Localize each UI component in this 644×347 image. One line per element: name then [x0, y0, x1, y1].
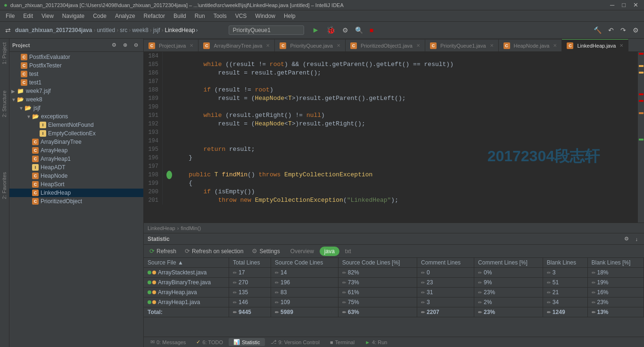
- tab-linkedheap[interactable]: C LinkedHeap.java ✕: [562, 39, 628, 51]
- code-editor[interactable]: 20172304段志轩 184 185 while ((result != ro…: [144, 52, 637, 223]
- sidebar-item-arraybinarytree[interactable]: C ArrayBinaryTree: [9, 138, 143, 146]
- minimize-button[interactable]: ─: [608, 1, 616, 8]
- close-button[interactable]: ✕: [631, 1, 640, 8]
- menu-edit[interactable]: Edit: [19, 12, 37, 20]
- breadcrumb-project[interactable]: duan_zhixuan_20172304java: [15, 27, 92, 33]
- run-button[interactable]: ►: [310, 25, 322, 36]
- menu-build[interactable]: Build: [170, 12, 190, 20]
- tab-close-icon[interactable]: ✕: [619, 43, 623, 48]
- stat-tab-txt[interactable]: txt: [340, 247, 356, 256]
- refresh-selection-button[interactable]: ⟳ Refresh on selection: [182, 247, 246, 256]
- tab-close-icon[interactable]: ✕: [416, 43, 420, 48]
- breadcrumb-week8[interactable]: week8: [132, 27, 149, 33]
- redo-button[interactable]: ↷: [618, 25, 628, 35]
- pencil-icon: ✏: [233, 270, 237, 275]
- sidebar-item-linkedheap[interactable]: C LinkedHeap: [9, 189, 143, 197]
- menu-vcs[interactable]: VCS: [231, 12, 251, 20]
- tab-arraybinarytree[interactable]: C ArrayBinaryTree.java ✕: [198, 39, 275, 51]
- stop-button[interactable]: ■: [367, 25, 376, 35]
- tab-priorityqueue[interactable]: C PriorityQueue.java ✕: [275, 39, 346, 51]
- bottom-tab-statistic[interactable]: 📊 Statistic: [229, 338, 265, 346]
- bottom-tab-version-control[interactable]: ⎇ 9: Version Control: [266, 338, 324, 346]
- menu-run[interactable]: Run: [191, 12, 209, 20]
- tab-priorityqueue1[interactable]: C PriorityQueue1.java ✕: [425, 39, 499, 51]
- col-comment-lines[interactable]: Comment Lines: [417, 258, 474, 268]
- sidebar-item-arrayheap1[interactable]: C ArrayHeap1: [9, 155, 143, 163]
- menu-help[interactable]: Help: [280, 12, 299, 20]
- stat-table-container[interactable]: Source File ▲ Total Lines Source Code Li…: [144, 258, 644, 337]
- col-blank-pct[interactable]: Blank Lines [%]: [587, 258, 644, 268]
- menu-analyze[interactable]: Analyze: [111, 12, 139, 20]
- toolbar-back-button[interactable]: ⇄: [3, 25, 13, 35]
- run-config-search[interactable]: [229, 25, 304, 35]
- sidebar-item-heapsort[interactable]: C HeapSort: [9, 180, 143, 189]
- build-project-button[interactable]: 🔨: [591, 25, 604, 35]
- project-panel-label[interactable]: 1: Project: [0, 39, 9, 68]
- menu-view[interactable]: View: [38, 12, 58, 20]
- breadcrumb-sep3: ›: [129, 27, 131, 33]
- menu-window[interactable]: Window: [251, 12, 279, 20]
- sidebar-expand-button[interactable]: ⊕: [121, 41, 130, 50]
- breadcrumb-jsjf[interactable]: jsjf: [153, 27, 160, 33]
- sidebar-item-postfixtester[interactable]: C PostfixTester: [9, 61, 143, 70]
- sidebar-collapse-button[interactable]: ⊖: [132, 41, 140, 50]
- debug-button[interactable]: 🐞: [324, 24, 338, 36]
- tab-heapnode[interactable]: C HeapNode.java ✕: [499, 39, 562, 51]
- sidebar-item-exceptions[interactable]: ▼ 📂 exceptions: [9, 112, 143, 121]
- settings-button[interactable]: ⚙: [630, 25, 641, 35]
- bottom-tab-messages[interactable]: ✉ 0: Messages: [146, 338, 190, 346]
- class-icon: C: [32, 147, 39, 154]
- col-source-code-lines[interactable]: Source Code Lines: [271, 258, 339, 268]
- sidebar-item-heapnode[interactable]: C HeapNode: [9, 172, 143, 180]
- breadcrumb-linkedheap[interactable]: LinkedHeap: [165, 27, 195, 33]
- sidebar-item-elementnotfound[interactable]: I ElementNotFound: [9, 121, 143, 129]
- col-total-lines[interactable]: Total Lines: [229, 258, 271, 268]
- tab-project[interactable]: C Project.java ✕: [144, 39, 198, 51]
- sidebar-item-week8[interactable]: ▼ 📂 week8: [9, 95, 143, 104]
- tab-prioritizedobject1[interactable]: C PrioritizedObject1.java ✕: [346, 39, 425, 51]
- menu-tools[interactable]: Tools: [210, 12, 231, 20]
- favorites-panel-label[interactable]: 2: Favorites: [0, 168, 9, 203]
- tab-close-icon[interactable]: ✕: [490, 43, 494, 48]
- menu-navigate[interactable]: Navigate: [58, 12, 88, 20]
- undo-button[interactable]: ↶: [606, 25, 616, 35]
- col-comment-pct[interactable]: Comment Lines [%]: [474, 258, 543, 268]
- cell-blank: ✏51: [543, 278, 587, 288]
- sidebar-item-test[interactable]: C test: [9, 70, 143, 78]
- profile-button[interactable]: 🔍: [353, 25, 365, 35]
- coverage-button[interactable]: ⚙: [340, 25, 351, 35]
- refresh-button[interactable]: ⟳ Refresh: [147, 247, 179, 256]
- tab-close-icon[interactable]: ✕: [190, 43, 193, 48]
- sidebar-item-test1[interactable]: C test1: [9, 78, 143, 87]
- sidebar-item-heapadt[interactable]: I HeapADT: [9, 163, 143, 172]
- sidebar-item-prioritizedobject[interactable]: C PrioritizedObject: [9, 197, 143, 206]
- menu-file[interactable]: File: [2, 12, 18, 20]
- bottom-tab-todo[interactable]: ✓ 6: TODO: [191, 338, 228, 346]
- settings-stat-button[interactable]: ⚙ Settings: [249, 247, 282, 256]
- maximize-button[interactable]: □: [620, 1, 627, 8]
- statistic-close-button[interactable]: ↓: [633, 235, 641, 243]
- statistic-panel-header: Statistic ⚙ ↓: [144, 233, 644, 245]
- stat-tab-java[interactable]: java: [320, 247, 339, 256]
- bottom-tab-run[interactable]: ► 4: Run: [360, 339, 392, 346]
- sidebar-gear-button[interactable]: ⚙: [109, 41, 119, 50]
- sidebar-item-jsjf[interactable]: ▼ 📂 jsjf: [9, 104, 143, 112]
- col-blank-lines[interactable]: Blank Lines: [543, 258, 587, 268]
- breadcrumb-src[interactable]: src: [120, 27, 127, 33]
- sidebar-item-arrayheap[interactable]: C ArrayHeap: [9, 146, 143, 155]
- structure-panel-label[interactable]: 2: Structure: [0, 87, 9, 121]
- statistic-gear-button[interactable]: ⚙: [622, 234, 631, 243]
- stat-tab-overview[interactable]: Overview: [286, 247, 319, 256]
- col-source-code-pct[interactable]: Source Code Lines [%]: [338, 258, 417, 268]
- sidebar-item-postfixevaluator[interactable]: C PostfixEvaluator: [9, 53, 143, 61]
- tab-close-icon[interactable]: ✕: [337, 43, 340, 48]
- col-source-file[interactable]: Source File ▲: [144, 258, 229, 268]
- tab-close-icon[interactable]: ✕: [553, 43, 557, 48]
- sidebar-item-emptycollection[interactable]: I EmptyCollectionEx: [9, 129, 143, 138]
- menu-refactor[interactable]: Refactor: [140, 12, 169, 20]
- sidebar-item-week7jsjf[interactable]: ▶ 📁 week7.jsjf: [9, 87, 143, 95]
- menu-code[interactable]: Code: [89, 12, 110, 20]
- breadcrumb-untitled[interactable]: untitled: [97, 27, 115, 33]
- bottom-tab-terminal[interactable]: ■ Terminal: [325, 339, 359, 346]
- tab-close-icon[interactable]: ✕: [266, 43, 270, 48]
